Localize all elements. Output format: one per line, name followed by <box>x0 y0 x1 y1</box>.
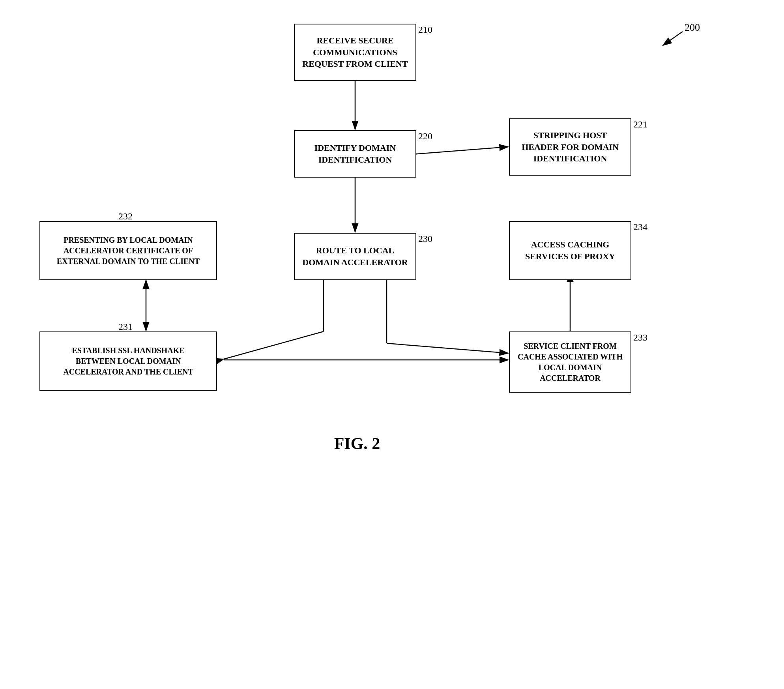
ref-label-230: 230 <box>418 234 432 244</box>
box-220: IDENTIFY DOMAIN IDENTIFICATION <box>294 130 416 178</box>
box-232-label: PRESENTING BY LOCAL DOMAIN ACCELERATOR C… <box>57 235 200 267</box>
ref-label-200: 200 <box>685 22 700 34</box>
figure-label: FIG. 2 <box>296 434 418 453</box>
svg-line-5 <box>417 147 508 154</box>
box-220-label: IDENTIFY DOMAIN IDENTIFICATION <box>314 142 396 165</box>
svg-line-13 <box>663 32 683 45</box>
box-231-label: ESTABLISH SSL HANDSHAKE BETWEEN LOCAL DO… <box>63 345 193 377</box>
ref-label-234: 234 <box>633 222 647 232</box>
box-230-label: ROUTE TO LOCAL DOMAIN ACCELERATOR <box>302 245 408 268</box>
box-231: ESTABLISH SSL HANDSHAKE BETWEEN LOCAL DO… <box>39 331 217 391</box>
box-233-label: SERVICE CLIENT FROM CACHE ASSOCIATED WIT… <box>515 341 625 384</box>
ref-label-232: 232 <box>118 211 133 222</box>
box-232: PRESENTING BY LOCAL DOMAIN ACCELERATOR C… <box>39 221 217 280</box>
ref-label-220: 220 <box>418 131 432 142</box>
ref-label-231: 231 <box>118 322 133 332</box>
svg-line-9 <box>387 343 508 353</box>
ref-label-221: 221 <box>633 119 647 130</box>
box-230: ROUTE TO LOCAL DOMAIN ACCELERATOR <box>294 233 416 280</box>
diagram-container: RECEIVE SECURE COMMUNICATIONS REQUEST FR… <box>0 0 784 689</box>
svg-line-7 <box>224 331 324 359</box>
ref-label-210: 210 <box>418 24 432 35</box>
box-221-label: STRIPPING HOST HEADER FOR DOMAIN IDENTIF… <box>522 129 619 165</box>
box-233: SERVICE CLIENT FROM CACHE ASSOCIATED WIT… <box>509 331 631 393</box>
box-210-label: RECEIVE SECURE COMMUNICATIONS REQUEST FR… <box>302 35 408 70</box>
ref-label-233: 233 <box>633 332 647 343</box>
box-234-label: ACCESS CACHING SERVICES OF PROXY <box>525 239 615 262</box>
box-221: STRIPPING HOST HEADER FOR DOMAIN IDENTIF… <box>509 118 631 176</box>
box-234: ACCESS CACHING SERVICES OF PROXY <box>509 221 631 280</box>
box-210: RECEIVE SECURE COMMUNICATIONS REQUEST FR… <box>294 24 416 81</box>
